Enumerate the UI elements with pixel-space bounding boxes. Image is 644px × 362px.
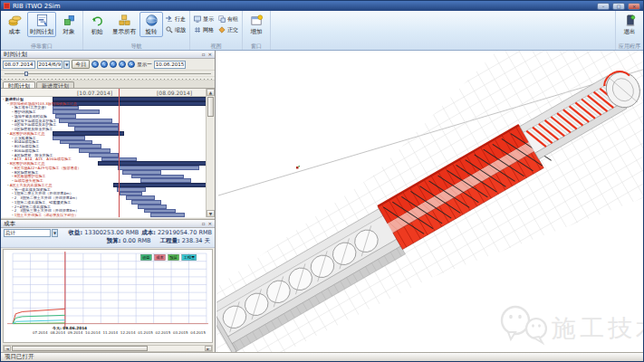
timeline-slider[interactable] [1, 71, 215, 77]
expander-icon[interactable]: - [12, 213, 14, 217]
rotate-button[interactable]: 旋转 [139, 12, 163, 37]
playback-prev-button[interactable]: ‹ [101, 61, 108, 68]
window-title: RIB iTWO 2Sim [13, 3, 61, 10]
grid-toggle-button[interactable]: 网格 [192, 25, 216, 34]
schedule-cost-panel: 时间计划 ▫ × 08.07.2014 2014/6/9 ▼ 今日 « ‹ › … [1, 51, 216, 352]
add-window-button[interactable]: 增加 [245, 12, 268, 37]
task-list: -新进度计划-深圳地铁机场线9103-3标段地铁施工汇总-施工准备(工序交接)-… [1, 97, 209, 217]
budget-summary: 预算: 0.00 RMB [107, 237, 151, 245]
cost-panel-header: 成本 ▫ × [1, 220, 215, 228]
expander-icon[interactable]: - [7, 161, 9, 166]
wechat-icon [502, 307, 529, 334]
close-button[interactable]: × [628, 3, 640, 10]
x-axis-label: 03.2015 [173, 330, 188, 335]
scroll-up-icon[interactable]: ▲ [207, 89, 215, 96]
timescale-date: [10.07.2014] [77, 90, 112, 96]
ribbon-toolbar: 成本 时间计划 对象 停靠窗口 初始 显示所有 [1, 11, 643, 51]
display-icon [194, 15, 201, 23]
schedule-icon [35, 14, 49, 27]
chart-horizontal-scrollbar[interactable]: ◄ ► [3, 345, 213, 352]
display-button[interactable]: 显示 [192, 14, 216, 24]
show-all-button[interactable]: 显示所有 [110, 12, 139, 37]
scroll-thumb[interactable] [207, 97, 214, 117]
cost-panel-title: 成本 [4, 220, 15, 228]
ribbon-group-view: 显示 网格 有组 正交 视图 [190, 11, 243, 50]
float-panel-icon[interactable]: ▫ [202, 51, 206, 58]
zoom-button[interactable]: 缩放 [164, 25, 187, 34]
exit-icon [623, 14, 637, 27]
playback-play-button[interactable]: › [110, 61, 117, 68]
dropdown-arrow-icon[interactable]: ▼ [63, 61, 70, 69]
ortho-button[interactable]: 正交 [216, 25, 240, 34]
date-from-field[interactable]: 08.07.2014 [3, 61, 35, 69]
scene-canvas[interactable]: 施工技术 [216, 51, 644, 354]
playback-next-button[interactable]: » [119, 61, 126, 68]
close-panel-icon[interactable]: × [207, 220, 212, 227]
scroll-thumb[interactable] [12, 346, 148, 351]
dropdown-arrow-icon[interactable]: ▼ [52, 229, 58, 237]
walk-icon [166, 15, 173, 23]
minimize-button[interactable]: – [597, 3, 610, 10]
cost-chart-panel: 收益成本预算工程量07.201408.201409.201410.201411.… [3, 249, 213, 343]
schedule-panel-title: 时间计划 [4, 51, 27, 59]
slider-track [5, 73, 211, 74]
add-window-icon [250, 14, 264, 27]
date-to-field[interactable]: 10.06.2015 [154, 61, 187, 69]
initial-button[interactable]: 初始 [85, 12, 109, 37]
today-button[interactable]: 今日 [72, 60, 90, 69]
legend-label: 工程量 [183, 255, 195, 260]
cubes-icon [62, 14, 76, 27]
show-range-label: 显示一 [137, 62, 152, 68]
reset-view-icon [91, 14, 104, 27]
rotate-globe-icon [145, 14, 159, 27]
tab-new-progress[interactable]: 新进度计划 [36, 81, 74, 88]
exit-button[interactable]: 退出 [618, 12, 641, 37]
task-label: 1期土方开挖施工（泥岩层及以下部分） [14, 213, 79, 217]
maximize-button[interactable]: □ [612, 3, 625, 10]
schedule-panel-header: 时间计划 ▫ × [1, 51, 215, 59]
cost-summary: 成本: 22919054.70 RMB [141, 229, 212, 237]
status-text: 项目已打开 [5, 353, 34, 361]
gantt-chart[interactable]: [10.07.2014] [08.09.2014] -新进度计划-深圳地铁机场线… [1, 89, 215, 217]
slider-thumb[interactable] [24, 71, 28, 76]
x-axis-label: 09.2014 [68, 330, 83, 335]
scroll-down-icon[interactable]: ▼ [207, 210, 215, 217]
viewport-3d[interactable]: 施工技术 [216, 51, 643, 352]
coins-icon [8, 14, 22, 27]
ribbon-group-nav: 初始 显示所有 旋转 行走 缩放 导航 [83, 11, 190, 50]
x-axis-label: 08.2014 [50, 330, 65, 335]
expander-icon[interactable]: - [7, 131, 9, 136]
x-axis-label: 11.2014 [102, 330, 118, 335]
float-panel-icon[interactable]: ▫ [202, 220, 206, 227]
grouped-windows-icon [218, 15, 226, 23]
legend-label: 成本 [156, 255, 164, 260]
expander-icon[interactable]: - [7, 183, 9, 187]
task-row[interactable]: -1期土方开挖施工（泥岩层及以下部分） [1, 213, 209, 217]
ribbon-group-label: 停靠窗口 [3, 43, 81, 50]
walk-button[interactable]: 行走 [164, 14, 187, 24]
expander-icon[interactable]: - [3, 97, 5, 101]
date-picker[interactable]: 2014/6/9 ▼ [37, 61, 71, 69]
gantt-vertical-scrollbar[interactable]: ▲ ▼ [206, 89, 215, 217]
watermark: 施工技术 [502, 307, 644, 343]
app-window: { "window": { "title": "RIB iTWO 2Sim", … [0, 0, 644, 362]
schedule-button[interactable]: 时间计划 [27, 12, 56, 37]
scroll-right-icon[interactable]: ► [205, 346, 212, 351]
scroll-left-icon[interactable]: ◄ [4, 346, 11, 351]
cost-scope-select[interactable]: 总计 ▼ [4, 229, 58, 237]
ribbon-group-label: 视图 [192, 43, 240, 50]
app-logo-icon [4, 3, 10, 9]
cost-button[interactable]: 成本 [3, 12, 26, 37]
cost-curve-chart: 收益成本预算工程量07.201408.201409.201410.201411.… [4, 250, 212, 342]
objects-button[interactable]: 对象 [57, 12, 81, 37]
close-panel-icon[interactable]: × [207, 51, 212, 58]
gantt-body: -新进度计划-深圳地铁机场线9103-3标段地铁施工汇总-施工准备(工序交接)-… [1, 97, 206, 217]
playback-stop-button[interactable]: • [128, 61, 135, 68]
grouped-button[interactable]: 有组 [216, 14, 240, 24]
expander-icon[interactable]: - [7, 101, 9, 106]
schedule-tabs: 时间计划 新进度计划 [1, 81, 215, 89]
playback-first-button[interactable]: « [91, 61, 99, 68]
show-all-icon [118, 14, 131, 27]
x-axis-label: 02.2015 [156, 330, 171, 335]
tab-schedule[interactable]: 时间计划 [3, 81, 35, 88]
